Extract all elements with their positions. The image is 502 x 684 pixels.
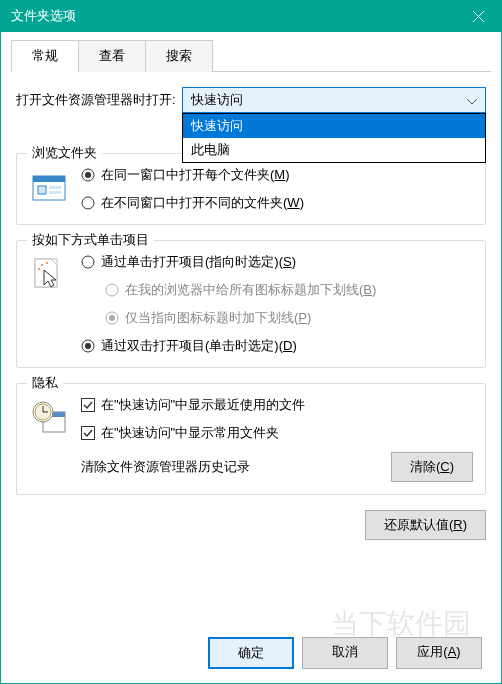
ok-button[interactable]: 确定 (208, 637, 294, 669)
open-with-dropdown: 快速访问 此电脑 (182, 113, 486, 163)
folder-window-icon (29, 168, 69, 208)
history-icon (29, 398, 69, 438)
open-with-select[interactable]: 快速访问 (182, 87, 486, 113)
checkbox-icon (81, 426, 95, 440)
privacy-options: 在"快速访问"中显示最近使用的文件 在"快速访问"中显示常用文件夹 清除文件资源… (81, 396, 473, 482)
svg-point-12 (46, 262, 48, 264)
group-browse-title: 浏览文件夹 (27, 144, 102, 162)
radio-icon (105, 311, 119, 325)
click-sub2-label: 仅当指向图标标题时加下划线(P) (125, 309, 311, 327)
click-sub1-label: 在我的浏览器中给所有图标标题加下划线(B) (125, 281, 376, 299)
svg-point-15 (106, 284, 118, 296)
svg-rect-6 (49, 191, 61, 194)
svg-point-13 (38, 268, 40, 270)
restore-row: 还原默认值(R) (11, 510, 491, 540)
svg-rect-26 (82, 399, 95, 412)
svg-point-11 (41, 264, 43, 266)
group-privacy-title: 隐私 (27, 374, 63, 392)
tab-search[interactable]: 搜索 (145, 40, 213, 72)
tab-view[interactable]: 查看 (78, 40, 146, 72)
browse-same-window[interactable]: 在同一窗口中打开每个文件夹(M) (81, 166, 473, 184)
group-privacy: 隐私 在"快速访问"中显示最近使用的文件 在"快速访问"中显示常用文件夹 (16, 383, 486, 495)
svg-rect-27 (82, 427, 95, 440)
group-click-title: 按如下方式单击项目 (27, 231, 154, 249)
click-single[interactable]: 通过单击打开项目(指向时选定)(S) (81, 253, 473, 271)
browse-options: 在同一窗口中打开每个文件夹(M) 在不同窗口中打开不同的文件夹(W) (81, 166, 473, 212)
click-double[interactable]: 通过双击打开项目(单击时选定)(D) (81, 337, 473, 355)
svg-point-14 (82, 256, 94, 268)
click-opt2-label: 通过双击打开项目(单击时选定)(D) (101, 337, 297, 355)
svg-rect-5 (49, 186, 61, 189)
tab-strip: 常规 查看 搜索 (11, 40, 491, 72)
titlebar: 文件夹选项 (0, 0, 502, 32)
svg-point-19 (85, 343, 91, 349)
privacy-recent-files[interactable]: 在"快速访问"中显示最近使用的文件 (81, 396, 473, 414)
cancel-button[interactable]: 取消 (302, 637, 388, 669)
click-underline-hover: 仅当指向图标标题时加下划线(P) (105, 309, 473, 327)
group-browse: 浏览文件夹 在同一窗口中打开每个文件夹(M) 在不同窗口中打开不同的文件夹(W) (16, 153, 486, 225)
checkbox-icon (81, 398, 95, 412)
svg-point-9 (82, 197, 94, 209)
radio-icon (81, 168, 95, 182)
open-with-row: 打开文件资源管理器时打开: 快速访问 快速访问 此电脑 (11, 87, 491, 113)
svg-point-8 (85, 172, 91, 178)
privacy-frequent-folders[interactable]: 在"快速访问"中显示常用文件夹 (81, 424, 473, 442)
close-icon (473, 11, 484, 22)
open-with-value: 快速访问 (191, 91, 243, 109)
dropdown-option-this-pc[interactable]: 此电脑 (183, 138, 485, 162)
privacy-chk2-label: 在"快速访问"中显示常用文件夹 (101, 424, 279, 442)
chevron-down-icon (467, 93, 477, 108)
svg-rect-3 (33, 176, 65, 182)
close-button[interactable] (455, 0, 501, 32)
svg-rect-4 (38, 186, 46, 194)
dialog-buttons: 确定 取消 应用(A) (15, 637, 487, 669)
cursor-click-icon (29, 255, 69, 295)
radio-icon (81, 196, 95, 210)
click-options: 通过单击打开项目(指向时选定)(S) 在我的浏览器中给所有图标标题加下划线(B)… (81, 253, 473, 355)
browse-opt1-label: 在同一窗口中打开每个文件夹(M) (101, 166, 290, 184)
restore-defaults-button[interactable]: 还原默认值(R) (365, 510, 486, 540)
tab-general[interactable]: 常规 (11, 40, 79, 72)
svg-point-17 (109, 315, 115, 321)
click-opt1-label: 通过单击打开项目(指向时选定)(S) (101, 253, 296, 271)
click-underline-all: 在我的浏览器中给所有图标标题加下划线(B) (105, 281, 473, 299)
group-browse-content: 在同一窗口中打开每个文件夹(M) 在不同窗口中打开不同的文件夹(W) (29, 166, 473, 212)
group-click-content: 通过单击打开项目(指向时选定)(S) 在我的浏览器中给所有图标标题加下划线(B)… (29, 253, 473, 355)
apply-button[interactable]: 应用(A) (396, 637, 482, 669)
radio-icon (105, 283, 119, 297)
window-title: 文件夹选项 (11, 7, 76, 25)
browse-new-window[interactable]: 在不同窗口中打开不同的文件夹(W) (81, 194, 473, 212)
privacy-clear-label: 清除文件资源管理器历史记录 (81, 458, 250, 476)
privacy-chk1-label: 在"快速访问"中显示最近使用的文件 (101, 396, 305, 414)
group-click: 按如下方式单击项目 通过单击打开项目(指向时选定)(S) 在我的浏览器中给所有图… (16, 240, 486, 368)
group-privacy-content: 在"快速访问"中显示最近使用的文件 在"快速访问"中显示常用文件夹 清除文件资源… (29, 396, 473, 482)
clear-button[interactable]: 清除(C) (391, 452, 473, 482)
radio-icon (81, 255, 95, 269)
open-with-label: 打开文件资源管理器时打开: (16, 91, 176, 109)
browse-opt2-label: 在不同窗口中打开不同的文件夹(W) (101, 194, 304, 212)
window-body: 常规 查看 搜索 打开文件资源管理器时打开: 快速访问 快速访问 此电脑 浏览文… (0, 32, 502, 684)
radio-icon (81, 339, 95, 353)
open-with-select-wrap: 快速访问 快速访问 此电脑 (182, 87, 486, 113)
dropdown-option-quick-access[interactable]: 快速访问 (183, 114, 485, 138)
privacy-clear-row: 清除文件资源管理器历史记录 清除(C) (29, 452, 473, 482)
